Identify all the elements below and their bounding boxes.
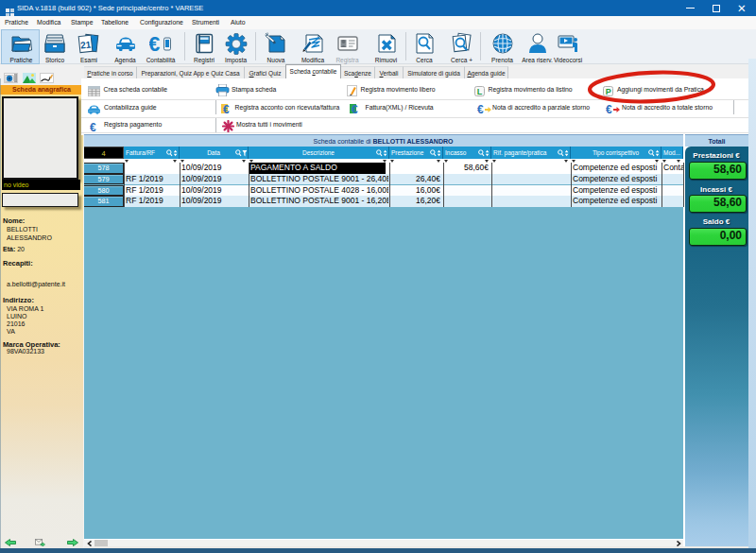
svg-text:21: 21: [80, 39, 93, 50]
svg-text:€: €: [223, 103, 230, 114]
svg-text:€: €: [477, 103, 484, 114]
svg-text:€: €: [149, 32, 160, 55]
svg-text:€: €: [352, 103, 358, 114]
svg-text:€: €: [90, 121, 96, 132]
svg-text:L: L: [477, 87, 483, 96]
